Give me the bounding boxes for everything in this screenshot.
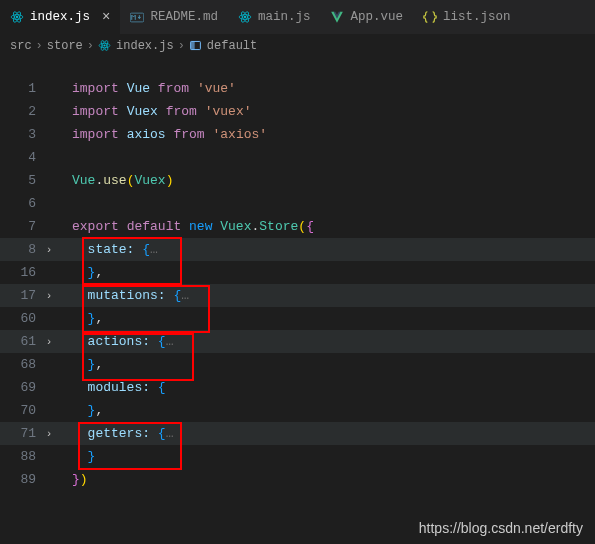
tabs-bar: index.js × README.md main.js App.vue lis… [0,0,595,35]
line-number: 7 [8,219,36,234]
svg-rect-14 [190,41,194,49]
markdown-icon [130,10,144,24]
svg-point-0 [16,16,18,18]
line-number: 1 [8,81,36,96]
breadcrumb-item[interactable]: default [189,39,257,53]
tab-list-json[interactable]: list.json [413,0,521,34]
line-number: 3 [8,127,36,142]
chevron-right-icon: › [87,39,94,53]
line-number: 71 [8,426,36,441]
code-editor[interactable]: 1import Vue from 'vue' 2import Vuex from… [0,57,595,491]
line-number: 70 [8,403,36,418]
tab-label: README.md [150,10,218,24]
react-icon [98,39,112,53]
breadcrumb-item[interactable]: store [47,39,83,53]
line-number: 4 [8,150,36,165]
line-number: 17 [8,288,36,303]
line-number: 60 [8,311,36,326]
line-number: 89 [8,472,36,487]
symbol-icon [189,39,203,53]
line-number: 61 [8,334,36,349]
svg-rect-4 [131,13,144,22]
tab-label: list.json [443,10,511,24]
tab-main-js[interactable]: main.js [228,0,321,34]
line-number: 69 [8,380,36,395]
line-number: 16 [8,265,36,280]
svg-point-5 [244,16,246,18]
fold-icon[interactable]: › [42,244,56,256]
tab-label: main.js [258,10,311,24]
breadcrumb-item[interactable]: src [10,39,32,53]
json-icon [423,10,437,24]
tab-label: App.vue [350,10,403,24]
react-icon [10,10,24,24]
tab-app-vue[interactable]: App.vue [320,0,413,34]
tab-label: index.js [30,10,90,24]
vue-icon [330,10,344,24]
line-number: 8 [8,242,36,257]
breadcrumb-item[interactable]: index.js [98,39,174,53]
chevron-right-icon: › [178,39,185,53]
svg-point-9 [103,44,105,46]
fold-icon[interactable]: › [42,290,56,302]
fold-icon[interactable]: › [42,336,56,348]
watermark: https://blog.csdn.net/erdfty [419,520,583,536]
line-number: 68 [8,357,36,372]
react-icon [238,10,252,24]
close-icon[interactable]: × [102,10,110,24]
line-number: 5 [8,173,36,188]
line-number: 88 [8,449,36,464]
tab-readme[interactable]: README.md [120,0,228,34]
fold-icon[interactable]: › [42,428,56,440]
tab-index-js[interactable]: index.js × [0,0,120,34]
line-number: 6 [8,196,36,211]
breadcrumb: src › store › index.js › default [0,35,595,57]
chevron-right-icon: › [36,39,43,53]
line-number: 2 [8,104,36,119]
